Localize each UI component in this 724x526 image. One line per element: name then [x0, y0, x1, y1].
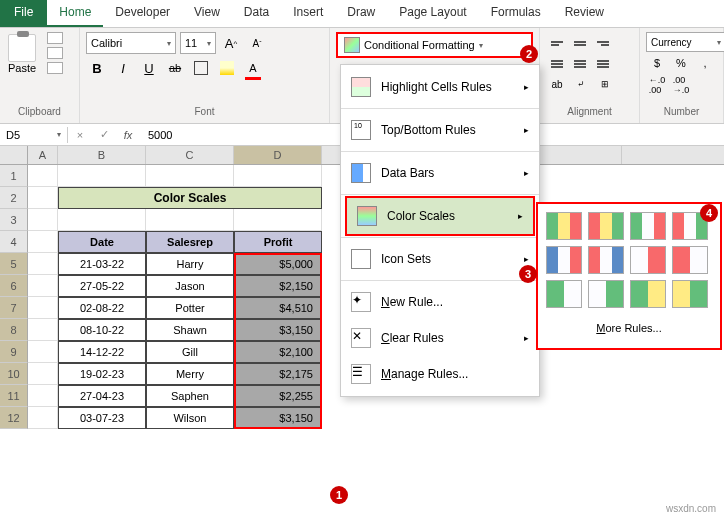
italic-button[interactable]: I	[112, 57, 134, 79]
font-size-select[interactable]: 11▾	[180, 32, 216, 54]
font-name-select[interactable]: Calibri▾	[86, 32, 176, 54]
row-header[interactable]: 4	[0, 231, 28, 253]
comma-button[interactable]: ,	[694, 52, 716, 74]
data-cell[interactable]: Merry	[146, 363, 234, 385]
column-header[interactable]: B	[58, 146, 146, 164]
align-bottom-left-button[interactable]	[546, 53, 568, 75]
menu-color-scales[interactable]: Color Scales▸	[345, 196, 535, 236]
currency-button[interactable]: $	[646, 52, 668, 74]
conditional-formatting-button[interactable]: Conditional Formatting ▾	[336, 32, 533, 58]
data-cell[interactable]: Potter	[146, 297, 234, 319]
row-header[interactable]: 11	[0, 385, 28, 407]
percent-button[interactable]: %	[670, 52, 692, 74]
column-header[interactable]: A	[28, 146, 58, 164]
color-scale-option[interactable]	[588, 212, 624, 240]
font-color-button[interactable]: A	[242, 57, 264, 79]
data-cell[interactable]: Saphen	[146, 385, 234, 407]
data-cell[interactable]: 27-05-22	[58, 275, 146, 297]
decrease-decimal-button[interactable]: .00→.0	[670, 74, 692, 96]
row-header[interactable]: 9	[0, 341, 28, 363]
column-header[interactable]: C	[146, 146, 234, 164]
tab-pagelayout[interactable]: Page Layout	[387, 0, 478, 27]
tab-file[interactable]: File	[0, 0, 47, 27]
tab-developer[interactable]: Developer	[103, 0, 182, 27]
data-cell[interactable]: 19-02-23	[58, 363, 146, 385]
number-format-select[interactable]: Currency▾	[646, 32, 724, 52]
strikethrough-button[interactable]: ab	[164, 57, 186, 79]
data-cell[interactable]: 08-10-22	[58, 319, 146, 341]
align-bottom-right-button[interactable]	[592, 53, 614, 75]
data-cell[interactable]: $4,510	[234, 297, 322, 319]
data-cell[interactable]: $2,255	[234, 385, 322, 407]
bold-button[interactable]: B	[86, 57, 108, 79]
tab-view[interactable]: View	[182, 0, 232, 27]
wrap-text-button[interactable]: ⤶	[570, 73, 592, 95]
fill-color-button[interactable]	[216, 57, 238, 79]
row-header[interactable]: 12	[0, 407, 28, 429]
tab-draw[interactable]: Draw	[335, 0, 387, 27]
menu-data-bars[interactable]: Data Bars▸	[341, 155, 539, 191]
header-cell[interactable]: Date	[58, 231, 146, 253]
data-cell[interactable]: 14-12-22	[58, 341, 146, 363]
data-cell[interactable]: 03-07-23	[58, 407, 146, 429]
tab-formulas[interactable]: Formulas	[479, 0, 553, 27]
data-cell[interactable]: Wilson	[146, 407, 234, 429]
row-header[interactable]: 2	[0, 187, 28, 209]
data-cell[interactable]: $2,175	[234, 363, 322, 385]
confirm-entry-button[interactable]: ✓	[92, 128, 116, 141]
insert-function-button[interactable]: fx	[116, 129, 140, 141]
row-header[interactable]: 8	[0, 319, 28, 341]
more-rules-button[interactable]: More Rules...	[546, 316, 712, 340]
row-header[interactable]: 10	[0, 363, 28, 385]
color-scale-option[interactable]	[588, 246, 624, 274]
select-all-corner[interactable]	[0, 146, 28, 164]
data-cell[interactable]: 27-04-23	[58, 385, 146, 407]
color-scale-option[interactable]	[630, 280, 666, 308]
align-top-left-button[interactable]	[546, 32, 568, 54]
menu-new-rule[interactable]: ✦New Rule...	[341, 284, 539, 320]
title-cell[interactable]: Color Scales	[58, 187, 322, 209]
color-scale-option[interactable]	[672, 246, 708, 274]
color-scale-option[interactable]	[672, 280, 708, 308]
data-cell[interactable]: $2,100	[234, 341, 322, 363]
align-bottom-center-button[interactable]	[569, 53, 591, 75]
menu-icon-sets[interactable]: Icon Sets▸	[341, 241, 539, 277]
data-cell[interactable]: $3,150	[234, 407, 322, 429]
tab-home[interactable]: Home	[47, 0, 103, 27]
align-top-right-button[interactable]	[592, 32, 614, 54]
copy-button[interactable]	[47, 47, 63, 59]
cancel-entry-button[interactable]: ×	[68, 129, 92, 141]
paste-button[interactable]: Paste	[6, 32, 38, 76]
decrease-font-button[interactable]: Aˇ	[246, 32, 268, 54]
name-box[interactable]: D5▾	[0, 127, 68, 143]
data-cell[interactable]: Shawn	[146, 319, 234, 341]
cut-button[interactable]	[47, 32, 63, 44]
increase-font-button[interactable]: A^	[220, 32, 242, 54]
color-scale-option[interactable]	[546, 212, 582, 240]
format-painter-button[interactable]	[47, 62, 63, 74]
data-cell[interactable]: 21-03-22	[58, 253, 146, 275]
tab-data[interactable]: Data	[232, 0, 281, 27]
align-top-center-button[interactable]	[569, 32, 591, 54]
column-header[interactable]: D	[234, 146, 322, 164]
color-scale-option[interactable]	[588, 280, 624, 308]
header-cell[interactable]: Profit	[234, 231, 322, 253]
header-cell[interactable]: Salesrep	[146, 231, 234, 253]
data-cell[interactable]: $2,150	[234, 275, 322, 297]
data-cell[interactable]: Harry	[146, 253, 234, 275]
orientation-button[interactable]: ab	[546, 73, 568, 95]
tab-review[interactable]: Review	[553, 0, 616, 27]
data-cell[interactable]: Gill	[146, 341, 234, 363]
color-scale-option[interactable]	[546, 280, 582, 308]
color-scale-option[interactable]	[630, 246, 666, 274]
row-header[interactable]: 7	[0, 297, 28, 319]
menu-highlight-cells[interactable]: Highlight Cells Rules▸	[341, 69, 539, 105]
row-header[interactable]: 3	[0, 209, 28, 231]
color-scale-option[interactable]	[630, 212, 666, 240]
data-cell[interactable]: $3,150	[234, 319, 322, 341]
row-header[interactable]: 1	[0, 165, 28, 187]
data-cell[interactable]: 02-08-22	[58, 297, 146, 319]
menu-manage-rules[interactable]: ☰Manage Rules...	[341, 356, 539, 392]
increase-decimal-button[interactable]: ←.0.00	[646, 74, 668, 96]
row-header[interactable]: 6	[0, 275, 28, 297]
